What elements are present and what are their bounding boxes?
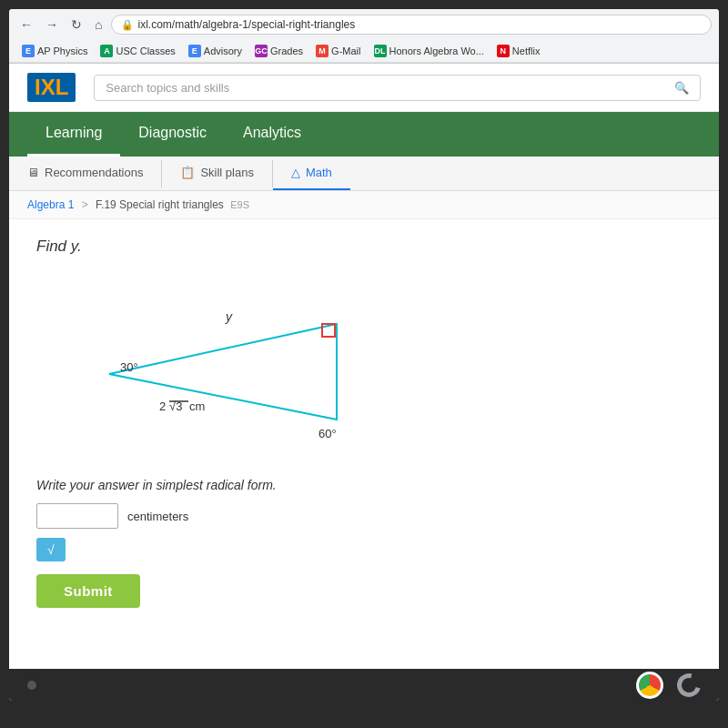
chrome-c-icon [672, 669, 705, 701]
bookmark-honors-icon: DL [374, 45, 387, 57]
answer-input[interactable] [36, 503, 118, 529]
bookmarks-bar: E AP Physics A USC Classes E Advisory GC… [9, 40, 719, 63]
triangle-diagram: y 30° 2 √3 cm 60° [55, 274, 692, 460]
problem-prompt: Find y. [36, 238, 692, 256]
dot-indicator [27, 681, 36, 690]
ixl-logo-accent: X [41, 75, 56, 99]
search-icon: 🔍 [674, 81, 689, 95]
bookmark-ap-physics-label: AP Physics [37, 46, 87, 56]
chrome-icon [636, 672, 663, 699]
breadcrumb-current: F.19 Special right triangles [96, 198, 224, 211]
bookmark-ap-physics[interactable]: E AP Physics [16, 43, 93, 59]
refresh-button[interactable]: ↻ [67, 15, 86, 34]
answer-instruction: Write your answer in simplest radical fo… [36, 478, 692, 492]
content-area: Find y. y 30° 2 √3 cm [9, 219, 719, 626]
breadcrumb-separator: > [82, 198, 88, 211]
nav-tabs: Learning Diagnostic Analytics [9, 112, 719, 157]
skill-plans-label: Skill plans [200, 166, 254, 179]
home-button[interactable]: ⌂ [91, 15, 106, 34]
sqrt-button[interactable]: √ [36, 538, 66, 561]
bookmark-advisory-label: Advisory [204, 46, 242, 56]
sub-nav-recommendations[interactable]: 🖥 Recommendations [9, 157, 161, 190]
back-button[interactable]: ← [16, 15, 36, 34]
breadcrumb-parent[interactable]: Algebra 1 [27, 198, 74, 211]
submit-button[interactable]: Submit [36, 574, 140, 608]
ixl-page: IXL Search topics and skills 🔍 Learning … [9, 64, 719, 626]
answer-row: centimeters [36, 503, 692, 529]
bookmark-advisory-icon: E [188, 45, 201, 57]
nav-bar: ← → ↻ ⌂ 🔒 ixl.com/math/algebra-1/special… [9, 9, 719, 40]
bookmark-usc-icon: A [100, 45, 113, 57]
skill-plans-icon: 📋 [180, 166, 195, 179]
search-placeholder-text: Search topics and skills [106, 81, 667, 95]
bookmark-honors[interactable]: DL Honors Algebra Wo... [369, 43, 490, 59]
bookmark-netflix-label: Netflix [512, 46, 541, 56]
bookmark-advisory[interactable]: E Advisory [183, 43, 248, 59]
math-icon: △ [291, 166, 300, 179]
forward-button[interactable]: → [42, 15, 62, 34]
ixl-logo-text2: L [56, 75, 69, 99]
breadcrumb: Algebra 1 > F.19 Special right triangles… [9, 191, 719, 219]
bookmark-gmail-icon: M [316, 45, 329, 57]
svg-marker-0 [109, 324, 337, 420]
tab-learning[interactable]: Learning [27, 112, 120, 157]
skill-code: E9S [230, 199, 249, 210]
bookmark-grades[interactable]: GC Grades [249, 43, 308, 59]
sub-nav-skill-plans[interactable]: 📋 Skill plans [162, 157, 272, 190]
recommendations-label: Recommendations [45, 166, 143, 179]
bookmark-ap-physics-icon: E [22, 45, 35, 57]
tab-analytics[interactable]: Analytics [225, 112, 319, 157]
ixl-logo: IXL [27, 73, 76, 102]
bookmark-netflix[interactable]: N Netflix [491, 43, 546, 59]
bookmark-grades-icon: GC [255, 45, 268, 57]
recommendations-icon: 🖥 [27, 166, 39, 179]
ixl-logo-text: I [35, 75, 41, 99]
lock-icon: 🔒 [121, 19, 134, 31]
bookmark-usc[interactable]: A USC Classes [95, 43, 180, 59]
tab-diagnostic[interactable]: Diagnostic [120, 112, 225, 157]
bookmark-netflix-icon: N [497, 45, 510, 57]
math-label: Math [306, 166, 332, 179]
ixl-header: IXL Search topics and skills 🔍 [9, 64, 719, 112]
bookmark-gmail[interactable]: M G-Mail [310, 43, 366, 59]
sub-nav-math[interactable]: △ Math [273, 157, 350, 190]
bookmark-usc-label: USC Classes [116, 46, 175, 56]
search-bar[interactable]: Search topics and skills 🔍 [94, 75, 701, 101]
bookmark-honors-label: Honors Algebra Wo... [389, 46, 484, 56]
bookmark-grades-label: Grades [270, 46, 303, 56]
y-label: y [225, 309, 233, 324]
address-bar[interactable]: 🔒 ixl.com/math/algebra-1/special-right-t… [111, 15, 712, 35]
side-label: 2 [159, 399, 166, 413]
answer-section: Write your answer in simplest radical fo… [36, 478, 692, 608]
bookmark-gmail-label: G-Mail [331, 46, 360, 56]
answer-unit: centimeters [127, 510, 188, 523]
angle-60: 60° [318, 427, 337, 440]
address-text: ixl.com/math/algebra-1/special-right-tri… [137, 18, 355, 31]
angle-30: 30° [120, 360, 138, 374]
triangle-svg: y 30° 2 √3 cm 60° [55, 274, 346, 456]
bottom-bar [9, 669, 719, 701]
sub-nav: 🖥 Recommendations 📋 Skill plans △ Math [9, 157, 719, 191]
cm-label: cm [189, 399, 205, 413]
